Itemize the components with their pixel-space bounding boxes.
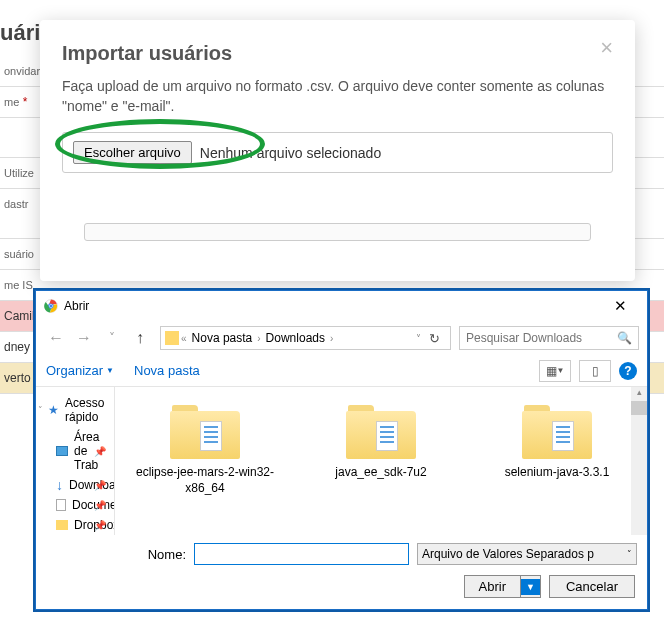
pin-icon: 📌 — [94, 480, 106, 491]
pin-icon: 📌 — [94, 520, 106, 531]
file-item-folder[interactable]: java_ee_sdk-7u2 — [311, 405, 451, 496]
dialog-main-area: ˅ ★ Acesso rápido Área de Trab 📌 ↓ Downl… — [36, 387, 647, 535]
svg-point-4 — [50, 305, 53, 308]
pin-icon: 📌 — [94, 500, 106, 511]
modal-close-button[interactable]: × — [600, 42, 613, 53]
sidebar-dropbox[interactable]: Dropbox 📌 — [36, 515, 114, 535]
view-mode-button[interactable]: ▦ ▼ — [539, 360, 571, 382]
nav-recent-button[interactable]: ˅ — [100, 326, 124, 350]
file-item-folder[interactable]: selenium-java-3.3.1 — [487, 405, 627, 496]
pin-icon: 📌 — [94, 446, 106, 457]
chrome-icon — [44, 299, 58, 313]
no-file-selected-text: Nenhum arquivo selecionado — [200, 145, 381, 161]
address-bar[interactable]: « Nova pasta › Downloads › ˅ ↻ — [160, 326, 451, 350]
organize-menu[interactable]: Organizar ▼ — [46, 363, 114, 378]
modal-instructions: Faça upload de um arquivo no formato .cs… — [62, 77, 613, 116]
folder-icon — [522, 405, 592, 459]
file-label: selenium-java-3.3.1 — [487, 465, 627, 481]
filetype-label: Arquivo de Valores Separados p — [422, 547, 594, 561]
nav-up-button[interactable]: ↑ — [128, 326, 152, 350]
search-input[interactable] — [466, 331, 606, 345]
nav-back-button[interactable]: ← — [44, 326, 68, 350]
dialog-titlebar: Abrir ✕ — [36, 291, 647, 321]
breadcrumb-prefix: « — [181, 333, 187, 344]
star-icon: ★ — [48, 403, 59, 417]
breadcrumb-segment[interactable]: Downloads — [263, 329, 328, 347]
dialog-close-button[interactable]: ✕ — [602, 295, 639, 317]
file-item-folder[interactable]: eclipse-jee-mars-2-win32-x86_64 — [135, 405, 275, 496]
filename-label: Nome: — [46, 547, 186, 562]
chevron-right-icon: › — [257, 333, 260, 344]
modal-progress-bar — [84, 223, 591, 241]
file-open-dialog: Abrir ✕ ← → ˅ ↑ « Nova pasta › Downloads… — [35, 290, 648, 610]
open-button[interactable]: Abrir ▼ — [464, 575, 541, 598]
refresh-button[interactable]: ↻ — [423, 331, 446, 346]
sidebar-quick-access[interactable]: ˅ ★ Acesso rápido — [36, 393, 114, 427]
file-list: eclipse-jee-mars-2-win32-x86_64 java_ee_… — [115, 387, 647, 514]
modal-title: Importar usuários — [62, 42, 232, 65]
folder-icon — [56, 520, 68, 530]
folder-icon — [165, 331, 179, 345]
dialog-sidebar: ˅ ★ Acesso rápido Área de Trab 📌 ↓ Downl… — [36, 387, 115, 535]
vertical-scrollbar[interactable]: ▴ — [631, 387, 647, 535]
desktop-icon — [56, 446, 68, 456]
filename-input[interactable] — [194, 543, 409, 565]
folder-icon — [170, 405, 240, 459]
chevron-down-icon: ▼ — [106, 366, 114, 375]
file-label: eclipse-jee-mars-2-win32-x86_64 — [135, 465, 275, 496]
sidebar-item-label: Acesso rápido — [65, 396, 104, 424]
sidebar-item-label: Downloads — [69, 478, 115, 492]
document-icon — [56, 499, 66, 511]
help-button[interactable]: ? — [619, 362, 637, 380]
sidebar-downloads[interactable]: ↓ Downloads 📌 — [36, 475, 114, 495]
preview-pane-button[interactable]: ▯ — [579, 360, 611, 382]
choose-file-button[interactable]: Escolher arquivo — [73, 141, 192, 164]
cancel-button[interactable]: Cancelar — [549, 575, 635, 598]
download-icon: ↓ — [56, 478, 63, 492]
file-input-row: Escolher arquivo Nenhum arquivo selecion… — [62, 132, 613, 173]
new-folder-button[interactable]: Nova pasta — [134, 363, 200, 378]
folder-icon — [346, 405, 416, 459]
dialog-bottom-panel: Nome: Arquivo de Valores Separados p ˅ A… — [36, 535, 647, 606]
chevron-down-icon: ˅ — [627, 549, 632, 559]
dialog-title: Abrir — [64, 299, 89, 313]
open-dropdown-icon[interactable]: ▼ — [521, 579, 540, 595]
chevron-right-icon: › — [330, 333, 333, 344]
search-icon: 🔍 — [617, 331, 632, 345]
dialog-toolbar: Organizar ▼ Nova pasta ▦ ▼ ▯ ? — [36, 355, 647, 387]
file-label: java_ee_sdk-7u2 — [311, 465, 451, 481]
breadcrumb-segment[interactable]: Nova pasta — [189, 329, 256, 347]
chevron-down-icon: ˅ — [38, 405, 43, 415]
filetype-select[interactable]: Arquivo de Valores Separados p ˅ — [417, 543, 637, 565]
dialog-nav-bar: ← → ˅ ↑ « Nova pasta › Downloads › ˅ ↻ 🔍 — [36, 321, 647, 355]
nav-forward-button[interactable]: → — [72, 326, 96, 350]
search-box[interactable]: 🔍 — [459, 326, 639, 350]
sidebar-desktop[interactable]: Área de Trab 📌 — [36, 427, 114, 475]
import-users-modal: Importar usuários × Faça upload de um ar… — [40, 20, 635, 281]
sidebar-documents[interactable]: Documentos 📌 — [36, 495, 114, 515]
address-dropdown-icon[interactable]: ˅ — [416, 333, 421, 344]
